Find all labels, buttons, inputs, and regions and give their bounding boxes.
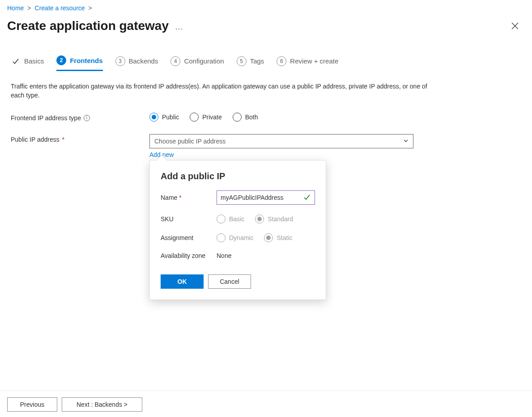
step-badge: 5: [237, 56, 247, 66]
radio-assign-static: Static: [264, 233, 292, 242]
cancel-button[interactable]: Cancel: [208, 274, 251, 289]
intro-text: Traffic enters the application gateway v…: [11, 82, 428, 100]
tab-configuration[interactable]: 4 Configuration: [170, 55, 224, 71]
label-availability-zone: Availability zone: [161, 252, 217, 259]
check-icon: [11, 56, 21, 66]
label-public-ip: Public IP address *: [11, 134, 149, 143]
more-icon[interactable]: …: [175, 22, 183, 32]
radio-label: Basic: [229, 215, 244, 223]
radio-label: Private: [202, 114, 222, 121]
tab-review-create[interactable]: 6 Review + create: [277, 55, 338, 71]
radio-assign-dynamic: Dynamic: [217, 233, 253, 242]
radio-both[interactable]: Both: [233, 113, 258, 122]
breadcrumb-home[interactable]: Home: [7, 4, 24, 12]
info-icon[interactable]: i: [84, 115, 90, 121]
frontend-ip-type-group: Public Private Both: [149, 113, 258, 122]
radio-sku-basic: Basic: [217, 215, 244, 223]
label-sku: SKU: [161, 215, 217, 223]
check-icon: [303, 194, 311, 202]
chevron-down-icon: [403, 138, 409, 145]
radio-label: Standard: [268, 215, 293, 223]
add-public-ip-popover: Add a public IP Name * SKU: [149, 160, 326, 300]
required-indicator: *: [179, 194, 181, 201]
label-assignment: Assignment: [161, 234, 217, 241]
tab-frontends[interactable]: 2 Frontends: [56, 55, 102, 71]
breadcrumb-separator: >: [89, 4, 92, 12]
tab-basics[interactable]: Basics: [11, 55, 44, 71]
name-input[interactable]: [217, 190, 315, 205]
required-indicator: *: [62, 136, 64, 143]
label-name: Name *: [161, 194, 217, 201]
wizard-footer: Previous Next : Backends >: [0, 391, 532, 417]
radio-label: Static: [277, 234, 292, 241]
select-placeholder: Choose public IP address: [154, 138, 226, 145]
popover-title: Add a public IP: [161, 171, 315, 181]
step-badge: 3: [115, 56, 125, 66]
radio-label: Dynamic: [229, 234, 253, 241]
radio-public[interactable]: Public: [149, 113, 179, 122]
ok-button[interactable]: OK: [161, 274, 204, 289]
next-button[interactable]: Next : Backends >: [62, 397, 142, 412]
tab-backends[interactable]: 3 Backends: [115, 55, 158, 71]
public-ip-select[interactable]: Choose public IP address: [149, 134, 413, 148]
tab-label: Configuration: [184, 57, 224, 65]
step-badge: 4: [170, 56, 180, 66]
radio-sku-standard: Standard: [255, 215, 293, 223]
tab-label: Backends: [129, 57, 158, 65]
radio-label: Both: [245, 114, 258, 121]
step-badge: 6: [277, 56, 286, 66]
step-badge: 2: [56, 55, 66, 65]
availability-zone-value: None: [217, 252, 231, 259]
breadcrumb: Home > Create a resource >: [0, 0, 532, 12]
radio-private[interactable]: Private: [190, 113, 222, 122]
page-title: Create application gateway: [7, 19, 169, 33]
breadcrumb-create-resource[interactable]: Create a resource: [35, 4, 85, 12]
radio-label: Public: [162, 114, 179, 121]
tab-label: Review + create: [290, 57, 338, 65]
tab-label: Basics: [24, 57, 44, 65]
tab-label: Tags: [250, 57, 264, 65]
breadcrumb-separator: >: [27, 4, 31, 12]
previous-button[interactable]: Previous: [7, 397, 57, 412]
wizard-tabs: Basics 2 Frontends 3 Backends 4 Configur…: [0, 34, 532, 71]
tab-tags[interactable]: 5 Tags: [237, 55, 264, 71]
close-icon[interactable]: [507, 18, 523, 34]
label-frontend-ip-type: Frontend IP address type i: [11, 113, 149, 122]
tab-label: Frontends: [70, 57, 102, 64]
